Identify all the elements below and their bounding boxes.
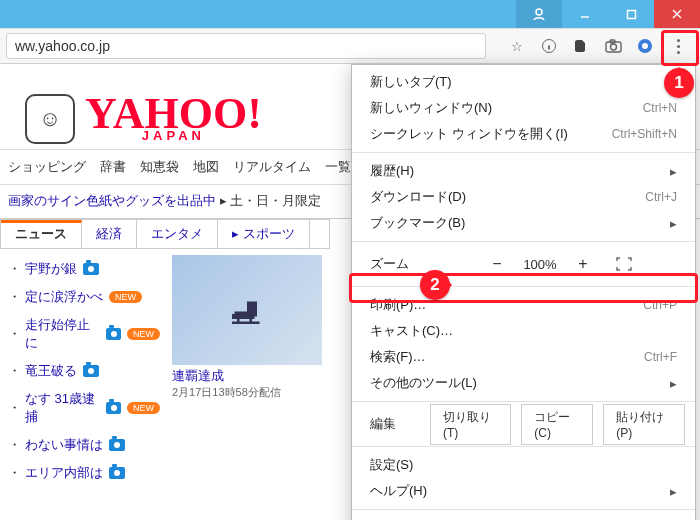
camera-badge-icon bbox=[106, 328, 121, 340]
camera-icon[interactable] bbox=[604, 37, 622, 55]
edit-button[interactable]: 貼り付け(P) bbox=[603, 404, 685, 445]
menu-item[interactable]: 設定(S) bbox=[352, 452, 695, 478]
svg-point-9 bbox=[610, 44, 616, 50]
menu-separator bbox=[352, 241, 695, 242]
svg-rect-2 bbox=[627, 10, 635, 18]
thumb-image: ⛸ bbox=[172, 255, 322, 365]
more-icon[interactable] bbox=[668, 36, 688, 56]
new-badge: NEW bbox=[127, 328, 160, 340]
news-item[interactable]: 宇野が銀 bbox=[8, 255, 160, 283]
menu-item[interactable]: シークレット ウィンドウを開く(I)Ctrl+Shift+N bbox=[352, 121, 695, 147]
camera-badge-icon bbox=[109, 439, 125, 451]
menu-zoom-row: ズーム−100%+ bbox=[352, 247, 695, 281]
close-button[interactable] bbox=[654, 0, 700, 28]
info-icon[interactable] bbox=[540, 37, 558, 55]
camera-badge-icon bbox=[106, 402, 121, 414]
news-item[interactable]: 定に涙浮かべNEW bbox=[8, 283, 160, 311]
submenu-arrow-icon: ▸ bbox=[670, 484, 677, 499]
menu-edit-row: 編集切り取り(T)コピー(C)貼り付け(P) bbox=[352, 407, 695, 441]
url-text: ww.yahoo.co.jp bbox=[15, 38, 110, 54]
service-link[interactable]: 地図 bbox=[193, 158, 219, 176]
service-link[interactable]: リアルタイム bbox=[233, 158, 311, 176]
edit-button[interactable]: 切り取り(T) bbox=[430, 404, 511, 445]
star-icon[interactable]: ☆ bbox=[508, 37, 526, 55]
tab-エンタメ[interactable]: エンタメ bbox=[137, 220, 218, 248]
chrome-menu: 新しいタブ(T)新しいウィンドウ(N)Ctrl+Nシークレット ウィンドウを開く… bbox=[351, 64, 696, 520]
news-item[interactable]: 竜王破る bbox=[8, 357, 160, 385]
service-link[interactable]: 辞書 bbox=[100, 158, 126, 176]
news-item[interactable]: なす 31歳逮捕NEW bbox=[8, 385, 160, 431]
menu-item[interactable]: 印刷(P)…Ctrl+P bbox=[352, 292, 695, 318]
svg-point-12 bbox=[642, 43, 648, 49]
menu-item[interactable]: 終了(X)Ctrl+Shift+Q bbox=[352, 515, 695, 520]
menu-item[interactable]: その他のツール(L)▸ bbox=[352, 370, 695, 396]
edit-button[interactable]: コピー(C) bbox=[521, 404, 593, 445]
annotation-bubble-1: 1 bbox=[664, 68, 694, 98]
toolbar-icons: ☆ bbox=[502, 36, 694, 56]
submenu-arrow-icon: ▸ bbox=[670, 164, 677, 179]
minimize-button[interactable] bbox=[562, 0, 608, 28]
yahoo-logo[interactable]: YAHOO! JAPAN bbox=[85, 96, 262, 142]
zoom-in-button[interactable]: + bbox=[566, 252, 600, 276]
browser-toolbar: ww.yahoo.co.jp ☆ bbox=[0, 28, 700, 64]
menu-item[interactable]: 新しいタブ(T) bbox=[352, 69, 695, 95]
news-thumb[interactable]: ⛸ 連覇達成 2月17日13時58分配信 bbox=[172, 255, 322, 487]
submenu-arrow-icon: ▸ bbox=[670, 216, 677, 231]
banner-link[interactable]: 画家のサイン色紙やグッズを出品中 bbox=[8, 193, 216, 210]
menu-separator bbox=[352, 509, 695, 510]
fullscreen-icon[interactable] bbox=[612, 255, 636, 273]
news-list: 宇野が銀定に涙浮かべNEW走行始停止にNEW竜王破るなす 31歳逮捕NEWわない… bbox=[8, 255, 160, 487]
menu-item[interactable]: ダウンロード(D)Ctrl+J bbox=[352, 184, 695, 210]
banner-right[interactable]: ▸ 土・日・月限定 bbox=[220, 193, 321, 210]
news-item[interactable]: わない事情は bbox=[8, 431, 160, 459]
camera-badge-icon bbox=[109, 467, 125, 479]
address-bar[interactable]: ww.yahoo.co.jp bbox=[6, 33, 486, 59]
maximize-button[interactable] bbox=[608, 0, 654, 28]
menu-item[interactable]: 新しいウィンドウ(N)Ctrl+N bbox=[352, 95, 695, 121]
thumb-sub: 2月17日13時58分配信 bbox=[172, 385, 322, 400]
user-icon[interactable] bbox=[516, 0, 562, 28]
window-titlebar bbox=[0, 0, 700, 28]
tab-経済[interactable]: 経済 bbox=[82, 220, 137, 248]
menu-item[interactable]: ブックマーク(B)▸ bbox=[352, 210, 695, 236]
svg-point-0 bbox=[536, 9, 542, 15]
menu-separator bbox=[352, 152, 695, 153]
mascot-icon: ☺ bbox=[25, 94, 75, 144]
evernote-icon[interactable] bbox=[572, 37, 590, 55]
service-link[interactable]: ショッピング bbox=[8, 158, 86, 176]
news-item[interactable]: エリア内部は bbox=[8, 459, 160, 487]
menu-item[interactable]: 検索(F)…Ctrl+F bbox=[352, 344, 695, 370]
annotation-bubble-2: 2 bbox=[420, 270, 450, 300]
extension-icon[interactable] bbox=[636, 37, 654, 55]
menu-item[interactable]: キャスト(C)… bbox=[352, 318, 695, 344]
new-badge: NEW bbox=[127, 402, 160, 414]
thumb-caption: 連覇達成 bbox=[172, 365, 322, 385]
camera-badge-icon bbox=[83, 263, 99, 275]
camera-badge-icon bbox=[83, 365, 99, 377]
menu-separator bbox=[352, 446, 695, 447]
service-link[interactable]: 知恵袋 bbox=[140, 158, 179, 176]
menu-item[interactable]: 履歴(H)▸ bbox=[352, 158, 695, 184]
menu-item[interactable]: ヘルプ(H)▸ bbox=[352, 478, 695, 504]
submenu-arrow-icon: ▸ bbox=[670, 376, 677, 391]
zoom-value: 100% bbox=[514, 257, 566, 272]
news-item[interactable]: 走行始停止にNEW bbox=[8, 311, 160, 357]
menu-separator bbox=[352, 286, 695, 287]
new-badge: NEW bbox=[109, 291, 142, 303]
tab-ニュース[interactable]: ニュース bbox=[1, 220, 82, 248]
zoom-out-button[interactable]: − bbox=[480, 252, 514, 276]
news-tabs: ニュース経済エンタメ▸ スポーツ bbox=[0, 219, 330, 249]
tab-スポーツ[interactable]: ▸ スポーツ bbox=[218, 220, 310, 248]
menu-separator bbox=[352, 401, 695, 402]
